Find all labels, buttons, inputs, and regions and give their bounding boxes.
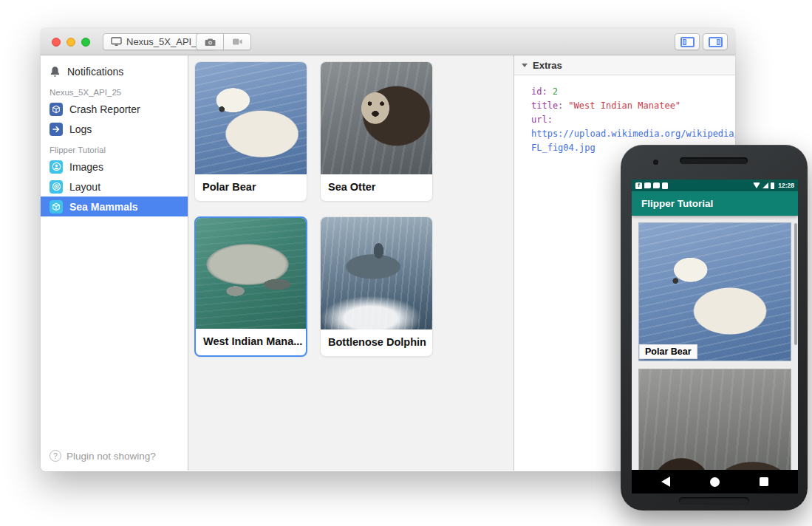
sidebar: Notifications Nexus_5X_API_25 Crash Repo… [41,55,188,471]
sidebar-item-label: Crash Reporter [69,103,140,115]
chat-notification-icon [653,182,660,188]
phone-scrollbar[interactable] [794,223,797,345]
action-bar-title: Flipper Tutorial [641,198,713,209]
video-camera-icon [232,38,243,46]
user-circle-icon [50,160,63,174]
toggle-right-panel-button[interactable] [703,33,728,50]
extras-title: Extras [533,60,562,71]
sidebar-item-logs[interactable]: Logs [41,119,188,139]
extras-header[interactable]: Extras [514,55,735,75]
battery-icon [771,182,774,189]
card-title: Bottlenose Dolphin [321,329,432,356]
phone-list-item-polar-bear[interactable]: Polar Bear [638,222,791,361]
zoom-button[interactable] [81,38,90,47]
polar-bear-image [195,62,307,174]
left-panel-icon [680,37,695,47]
phone-status-bar: f 12:28 [632,180,798,191]
phone-screen: f 12:28 Flipper Tutorial Polar Bear [632,180,798,493]
back-button[interactable] [661,477,670,487]
sidebar-section-header: Flipper Tutorial [50,146,188,154]
close-button[interactable] [52,38,61,47]
screenshot-button[interactable] [196,33,224,50]
facebook-notification-icon: f [635,182,642,189]
cube-icon [50,200,63,214]
question-circle-icon: ? [50,450,61,462]
code-line: title:"West Indian Manatee" [531,99,735,113]
main-content: Polar Bear Sea Otter West Indian Mana...… [188,55,514,471]
dolphin-image [321,217,432,329]
card-sea-otter[interactable]: Sea Otter [320,61,433,202]
code-line: https://upload.wikimedia.org/wikipedia/c… [531,127,735,141]
front-camera [653,160,658,165]
bottom-speaker [679,497,749,505]
sidebar-item-layout[interactable]: Layout [41,177,188,197]
sidebar-item-sea-mammals[interactable]: Sea Mammals [41,197,188,216]
recents-button[interactable] [760,477,768,486]
chevron-down-icon [522,64,528,67]
sidebar-section-header: Nexus_5X_API_25 [50,88,188,97]
lock-notification-icon [662,182,668,189]
extras-code-block: id:2 title:"West Indian Manatee" url: ht… [514,75,735,155]
sidebar-item-label: Sea Mammals [69,201,138,213]
earpiece-speaker [680,157,748,164]
phone-list: Polar Bear [632,216,798,470]
card-title: West Indian Mana... [196,329,306,355]
sidebar-item-crash-reporter[interactable]: Crash Reporter [41,99,188,119]
right-panel-icon [709,37,723,47]
minimize-button[interactable] [66,38,75,47]
phone-action-bar: Flipper Tutorial [632,191,798,216]
card-title: Sea Otter [321,174,432,201]
card-title: Polar Bear [195,174,307,201]
sidebar-item-label: Images [69,161,103,173]
screen-record-button[interactable] [223,33,251,50]
toggle-left-panel-button[interactable] [675,33,700,50]
target-icon [50,180,63,194]
phone-card-title: Polar Bear [639,344,697,359]
sidebar-item-label: Logs [69,123,92,135]
home-button[interactable] [710,477,720,487]
card-grid: Polar Bear Sea Otter West Indian Mana...… [194,61,514,357]
sea-otter-image [321,62,432,174]
card-polar-bear[interactable]: Polar Bear [194,61,307,202]
manatee-image [196,218,306,329]
code-line: url: [531,113,735,127]
wifi-icon [753,182,760,188]
stage: Nexus_5X_API_25 [0,0,812,526]
sidebar-item-label: Notifications [67,66,123,78]
card-bottlenose-dolphin[interactable]: Bottlenose Dolphin [320,216,433,357]
android-phone: f 12:28 Flipper Tutorial Polar Bear [621,145,808,510]
monitor-icon [111,37,122,47]
capture-button-group [196,33,251,50]
polar-bear-image [639,223,791,361]
titlebar[interactable]: Nexus_5X_API_25 [41,28,735,55]
status-time: 12:28 [778,182,794,189]
plugin-help-label: Plugin not showing? [66,451,156,462]
sea-otter-image [639,369,791,470]
camera-icon [205,38,216,47]
sidebar-item-notifications[interactable]: Notifications [41,61,188,81]
phone-navigation-bar [632,470,798,493]
sidebar-item-images[interactable]: Images [41,157,188,177]
chat-notification-icon [644,182,651,188]
card-west-indian-manatee[interactable]: West Indian Mana... [194,216,307,357]
code-line: id:2 [531,85,735,99]
panel-toggle-group [675,33,728,50]
cube-icon [50,103,63,116]
arrow-right-icon [50,123,63,136]
traffic-lights [52,38,90,47]
bell-icon [50,66,61,78]
sidebar-item-label: Layout [69,181,100,193]
plugin-help-link[interactable]: ? Plugin not showing? [50,450,156,462]
cell-signal-icon [762,182,768,188]
phone-list-item-sea-otter[interactable] [638,369,791,470]
